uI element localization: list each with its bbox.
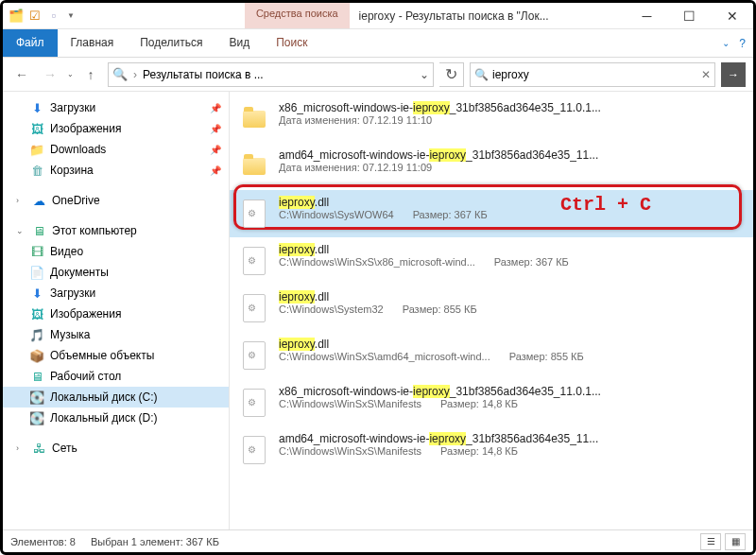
- properties-icon[interactable]: ☑: [27, 9, 43, 24]
- file-icon: [239, 432, 269, 468]
- computer-icon: 🖥: [31, 223, 46, 238]
- minimize-button[interactable]: ─: [626, 3, 668, 29]
- download-icon: ⬇: [29, 100, 44, 115]
- result-filename: ieproxy.dll: [279, 243, 744, 256]
- sidebar-item-pictures2[interactable]: 🖼Изображения: [3, 304, 229, 324]
- sidebar-item-3dobjects[interactable]: 📦Объемные объекты: [3, 345, 229, 366]
- sidebar-item-downloads[interactable]: ⬇Загрузки📌: [3, 97, 229, 118]
- sidebar-item-desktop[interactable]: 🖥Рабочий стол: [3, 366, 229, 387]
- window-title: ieproxy - Результаты поиска в "Лок...: [350, 9, 626, 23]
- pin-icon: 📌: [210, 145, 221, 155]
- tab-file[interactable]: Файл: [3, 29, 58, 57]
- status-item-count: Элементов: 8: [10, 536, 76, 547]
- titlebar: 🗂️ ☑ ▫ ▼ Средства поиска ieproxy - Резул…: [3, 3, 753, 29]
- sidebar-item-downloads-en[interactable]: 📁Downloads📌: [3, 139, 229, 160]
- result-filename: ieproxy.dll: [279, 290, 744, 304]
- explorer-icon: 🗂️: [9, 9, 24, 24]
- file-icon: [239, 338, 269, 373]
- address-dropdown-icon[interactable]: ⌄: [420, 68, 429, 81]
- breadcrumb[interactable]: Результаты поиска в ...: [143, 68, 264, 81]
- file-icon: [239, 243, 269, 279]
- search-tools-tab[interactable]: Средства поиска: [245, 3, 350, 28]
- sidebar-item-video[interactable]: 🎞Видео: [3, 241, 229, 262]
- file-icon: [239, 385, 269, 421]
- result-row[interactable]: x86_microsoft-windows-ie-ieproxy_31bf385…: [230, 379, 753, 426]
- search-go-button[interactable]: →: [721, 62, 746, 87]
- pin-icon: 📌: [210, 124, 221, 134]
- sidebar-item-music[interactable]: 🎵Музыка: [3, 324, 229, 345]
- ribbon-expand-icon[interactable]: ⌄: [722, 38, 730, 48]
- search-icon: 🔍: [474, 68, 489, 81]
- result-filename: x86_microsoft-windows-ie-ieproxy_31bf385…: [279, 101, 744, 114]
- folder-icon: [239, 101, 269, 137]
- result-details: C:\Windows\SysWOW64Размер: 367 КБ: [279, 209, 744, 220]
- close-button[interactable]: ✕: [711, 3, 753, 29]
- sidebar-onedrive[interactable]: ›☁OneDrive: [3, 190, 229, 211]
- chevron-icon[interactable]: ›: [16, 443, 26, 453]
- result-row[interactable]: x86_microsoft-windows-ie-ieproxy_31bf385…: [230, 95, 753, 143]
- result-filename: x86_microsoft-windows-ie-ieproxy_31bf385…: [279, 385, 744, 398]
- onedrive-icon: ☁: [31, 193, 46, 208]
- result-filename: amd64_microsoft-windows-ie-ieproxy_31bf3…: [279, 432, 744, 445]
- result-filename: ieproxy.dll: [279, 338, 744, 351]
- sidebar-item-pictures[interactable]: 🖼Изображения📌: [3, 118, 229, 139]
- breadcrumb-separator: ›: [133, 68, 137, 81]
- new-folder-icon[interactable]: ▫: [46, 9, 61, 24]
- ribbon-tabs: Файл Главная Поделиться Вид Поиск ⌄ ?: [3, 29, 753, 58]
- back-button[interactable]: ←: [10, 63, 33, 86]
- sidebar-item-disk-d[interactable]: 💽Локальный диск (D:): [3, 408, 229, 428]
- sidebar-network[interactable]: ›🖧Сеть: [3, 438, 229, 459]
- sidebar-item-downloads2[interactable]: ⬇Загрузки: [3, 283, 229, 304]
- 3d-icon: 📦: [29, 348, 44, 363]
- tab-view[interactable]: Вид: [215, 29, 263, 57]
- tab-share[interactable]: Поделиться: [127, 29, 215, 57]
- view-icons-button[interactable]: ▦: [725, 533, 746, 550]
- pin-icon: 📌: [210, 165, 221, 176]
- result-row[interactable]: ieproxy.dllC:\Windows\WinSxS\x86_microso…: [230, 237, 753, 285]
- clear-search-icon[interactable]: ✕: [701, 68, 711, 81]
- network-icon: 🖧: [31, 441, 46, 456]
- search-box[interactable]: 🔍 ✕: [470, 62, 715, 87]
- forward-button[interactable]: →: [39, 63, 61, 86]
- maximize-button[interactable]: ☐: [668, 3, 711, 29]
- result-filename: amd64_microsoft-windows-ie-ieproxy_31bf3…: [279, 148, 744, 162]
- search-location-icon: 🔍: [112, 67, 128, 82]
- tab-search[interactable]: Поиск: [263, 29, 320, 57]
- quick-access-toolbar: 🗂️ ☑ ▫ ▼: [3, 9, 75, 24]
- result-row[interactable]: amd64_microsoft-windows-ie-ieproxy_31bf3…: [230, 143, 753, 190]
- pictures-icon: 🖼: [29, 306, 44, 321]
- result-details: Дата изменения: 07.12.19 11:09: [279, 162, 744, 173]
- documents-icon: 📄: [29, 265, 44, 280]
- result-row[interactable]: ieproxy.dllC:\Windows\SysWOW64Размер: 36…: [230, 190, 753, 237]
- result-details: Дата изменения: 07.12.19 11:10: [279, 114, 744, 126]
- navigation-pane[interactable]: ⬇Загрузки📌 🖼Изображения📌 📁Downloads📌 🗑Ко…: [3, 92, 230, 529]
- address-bar[interactable]: 🔍 › Результаты поиска в ... ⌄: [108, 62, 434, 87]
- navigation-bar: ← → ⌄ ↑ 🔍 › Результаты поиска в ... ⌄ ↻ …: [3, 58, 753, 92]
- chevron-down-icon[interactable]: ⌄: [16, 226, 26, 235]
- result-row[interactable]: amd64_microsoft-windows-ie-ieproxy_31bf3…: [230, 426, 753, 474]
- tab-home[interactable]: Главная: [58, 29, 128, 57]
- history-dropdown[interactable]: ⌄: [67, 70, 74, 78]
- result-row[interactable]: ieproxy.dllC:\Windows\System32Размер: 85…: [230, 285, 753, 332]
- chevron-icon[interactable]: ›: [16, 196, 26, 205]
- up-button[interactable]: ↑: [79, 63, 102, 86]
- status-bar: Элементов: 8 Выбран 1 элемент: 367 КБ ☰ …: [3, 529, 753, 552]
- file-icon: [239, 290, 269, 326]
- help-icon[interactable]: ?: [739, 37, 746, 50]
- results-pane[interactable]: Ctrl + C x86_microsoft-windows-ie-ieprox…: [230, 92, 753, 529]
- sidebar-item-disk-c[interactable]: 💽Локальный диск (C:): [3, 387, 229, 408]
- refresh-button[interactable]: ↻: [439, 62, 464, 87]
- view-details-button[interactable]: ☰: [700, 533, 721, 550]
- result-row[interactable]: ieproxy.dllC:\Windows\WinSxS\amd64_micro…: [230, 332, 753, 379]
- sidebar-item-recycle[interactable]: 🗑Корзина📌: [3, 160, 229, 181]
- pin-icon: 📌: [210, 103, 221, 113]
- result-details: C:\Windows\WinSxS\x86_microsoft-wind...Р…: [279, 256, 744, 268]
- result-details: C:\Windows\System32Размер: 855 КБ: [279, 304, 744, 315]
- folder-icon: [239, 148, 269, 184]
- qat-dropdown-icon[interactable]: ▼: [67, 11, 75, 20]
- search-input[interactable]: [492, 68, 697, 81]
- desktop-icon: 🖥: [29, 369, 44, 384]
- sidebar-item-documents[interactable]: 📄Документы: [3, 262, 229, 283]
- sidebar-thispc[interactable]: ⌄🖥Этот компьютер: [3, 220, 229, 241]
- result-details: C:\Windows\WinSxS\amd64_microsoft-wind..…: [279, 351, 744, 362]
